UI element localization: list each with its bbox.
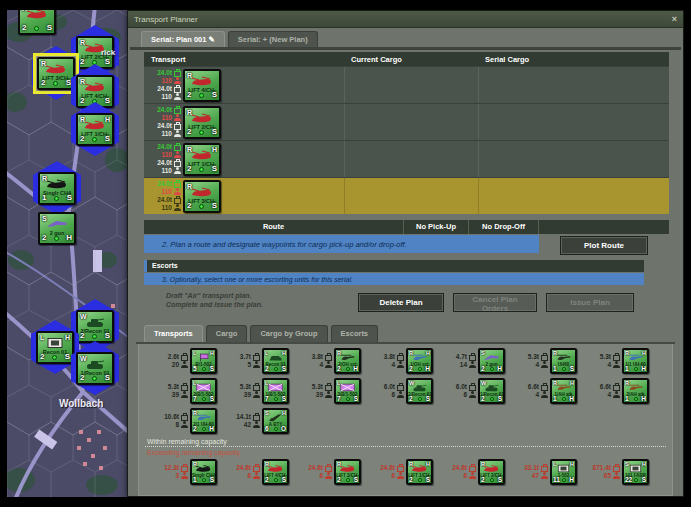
map-unit-counter[interactable]: W2/Recon 012S bbox=[76, 310, 114, 343]
unit-counter[interactable]: LHRecon 012S bbox=[262, 348, 289, 374]
unit-counter[interactable]: R2/OH sct2H bbox=[334, 348, 361, 374]
cargo-cell[interactable]: 3.8t4RH1/OH sct2H bbox=[361, 348, 433, 374]
unit-counter[interactable]: SH101 FARP22S bbox=[622, 459, 649, 485]
unit-counter[interactable]: RHLIFT 1/CH-2S bbox=[406, 459, 433, 485]
cargo-cell[interactable]: 5.3t39L2/B/1-5027S bbox=[145, 378, 217, 404]
cargo-cell[interactable]: 6.6t4R2/AH atk1H bbox=[577, 378, 649, 404]
close-icon[interactable]: × bbox=[672, 14, 677, 24]
serial-cargo-cell[interactable] bbox=[478, 67, 669, 103]
current-cargo-cell[interactable] bbox=[344, 141, 478, 177]
transport-row[interactable]: 24.0t11024.0t110RLIFT 4/CH-2S bbox=[144, 66, 669, 103]
cargo-stats: 2.6t20 bbox=[145, 353, 188, 369]
map-unit-counter[interactable]: RLIFT 3/CH-2S bbox=[37, 57, 75, 90]
unit-counter[interactable]: LH1-50211H bbox=[550, 459, 577, 485]
status-dot bbox=[562, 397, 566, 401]
unit-counter[interactable]: W1/Recon 012S bbox=[478, 378, 505, 404]
cargo-cell[interactable]: 24.6t6RLIFT 4/CH-2S bbox=[217, 459, 289, 485]
cargo-cell[interactable]: 24.6t6RHLIFT 1/CH-2S bbox=[361, 459, 433, 485]
map-unit-counter[interactable]: S2 gun2H bbox=[38, 212, 76, 245]
unit-counter[interactable]: RSinglr CH41S bbox=[190, 459, 217, 485]
cargo-cell[interactable]: 6.0t6W2/Recon 012S bbox=[361, 378, 433, 404]
cargo-cell[interactable]: 5.3t39L1/B/1-5027S bbox=[217, 378, 289, 404]
cargo-cell[interactable]: 6.6t4RH1/AH atk1H bbox=[505, 378, 577, 404]
unit-counter[interactable]: RH1/AH atk1H bbox=[550, 378, 577, 404]
tab-cargo[interactable]: Cargo bbox=[206, 325, 248, 342]
unit-counter[interactable]: R2/1 UH-602H bbox=[190, 408, 217, 434]
tab-transports[interactable]: Transports bbox=[144, 325, 203, 342]
unit-counter[interactable]: RLIFT 2/CH-2S bbox=[183, 106, 221, 139]
person-icon bbox=[181, 361, 187, 368]
unit-counter[interactable]: RLIFT 3/CH-2S bbox=[334, 459, 361, 485]
cargo-cell[interactable]: 3.7t5LHRecon 012S bbox=[217, 348, 289, 374]
serial-cargo-cell[interactable] bbox=[478, 104, 669, 140]
serial-tab-1[interactable]: Serial: + (New Plan) bbox=[228, 31, 318, 47]
cargo-pax: 20 bbox=[145, 361, 187, 369]
transport-row[interactable]: 24.0t11024.0t110RLIFT 2/CH-2S bbox=[144, 103, 669, 140]
unit-counter[interactable]: L2/B/1-5027S bbox=[190, 378, 217, 404]
cargo-weight: 33.1t bbox=[505, 464, 547, 472]
map-unit-counter[interactable]: W1/Recon 012S bbox=[76, 352, 114, 385]
map-unit-counter[interactable]: LHRecon 012S bbox=[36, 331, 74, 364]
transport-row[interactable]: 24.0t11024.0t110RLIFT 3/CH-2S bbox=[144, 177, 669, 214]
unit-counter[interactable]: RHLIFT 1/CH-2S bbox=[183, 143, 221, 176]
tab-cargo-by-group[interactable]: Cargo by Group bbox=[250, 325, 327, 342]
cargo-cell[interactable]: 12.3t3RSinglr CH41S bbox=[145, 459, 217, 485]
unit-counter[interactable]: L3/B/1-5027S bbox=[334, 378, 361, 404]
unit-counter[interactable]: LHB/1-5025S bbox=[190, 348, 217, 374]
cancel-plan-orders-button[interactable]: Cancel Plan Orders bbox=[453, 293, 537, 312]
cargo-cell[interactable]: 5.3t4RH1/1 UH-601H bbox=[577, 348, 649, 374]
cargo-cell[interactable]: 3.8t4R2/OH sct2H bbox=[289, 348, 361, 374]
cargo-cell[interactable]: 4.7t14S2 gun2H bbox=[433, 348, 505, 374]
status-dot bbox=[92, 137, 97, 142]
cargo-cell[interactable]: 33.1t47LH1-50211H bbox=[505, 459, 577, 485]
cargo-stats: 6.6t4 bbox=[577, 383, 620, 399]
cargo-cell[interactable]: 10.6t8R2/1 UH-602H bbox=[145, 408, 217, 434]
unit-counter[interactable]: R2/AH atk1H bbox=[622, 378, 649, 404]
unit-counter[interactable]: SHA BTY6O bbox=[262, 408, 289, 434]
dialog-titlebar[interactable]: Transport Planner × bbox=[128, 11, 683, 28]
cargo-cell[interactable]: 2.6t20LHB/1-5025S bbox=[145, 348, 217, 374]
cargo-cell[interactable]: 24.6t6RLIFT 3/CH-2S bbox=[289, 459, 361, 485]
cargo-pax: 4 bbox=[289, 361, 331, 369]
map-unit-counter[interactable]: RHLIFT 1/CH-2S bbox=[76, 113, 114, 146]
cargo-stats: 6.0t6 bbox=[433, 383, 476, 399]
unit-counter[interactable]: RH1/OH sct2H bbox=[406, 348, 433, 374]
serial-tab-0[interactable]: Serial: Plan 001 ✎ bbox=[141, 31, 225, 47]
map-unit-counter[interactable]: RSinglr CH41S bbox=[38, 172, 76, 205]
cargo-cell[interactable]: 24.6t6RLIFT 2/CH-2S bbox=[433, 459, 505, 485]
delete-plan-button[interactable]: Delete Plan bbox=[358, 293, 444, 312]
unit-counter[interactable]: S2 gun2H bbox=[478, 348, 505, 374]
unit-counter[interactable]: RH1/1 UH-601H bbox=[622, 348, 649, 374]
transport-row[interactable]: 24.0t11024.0t110RHLIFT 1/CH-2S bbox=[144, 140, 669, 177]
cargo-cell[interactable]: 14.1t42SHA BTY6O bbox=[217, 408, 289, 434]
map-unit-counter[interactable]: R2S bbox=[18, 10, 56, 35]
cargo-stats: 5.3t39 bbox=[217, 383, 260, 399]
unit-counter[interactable]: RLIFT 4/CH-2S bbox=[183, 69, 221, 102]
plot-route-button[interactable]: Plot Route bbox=[560, 236, 648, 255]
cargo-pax: 6 bbox=[433, 391, 475, 399]
issue-plan-button[interactable]: Issue Plan bbox=[546, 293, 634, 312]
cargo-cell[interactable]: 871.4t65SH101 FARP22S bbox=[577, 459, 649, 485]
unit-counter[interactable]: RLIFT 4/CH-2S bbox=[262, 459, 289, 485]
current-cargo-cell[interactable] bbox=[344, 67, 478, 103]
cargo-cell[interactable]: 5.3t4RUH601S bbox=[505, 348, 577, 374]
unit-counter[interactable]: RUH601S bbox=[550, 348, 577, 374]
cargo-pax: 6 bbox=[361, 391, 403, 399]
within-capacity-label: Within remaining capacity bbox=[147, 438, 666, 445]
serial-cargo-cell[interactable] bbox=[478, 141, 669, 177]
unit-strength: 2 bbox=[337, 366, 341, 373]
game-map[interactable]: R2SRLIFT 2/CH-2SRLIFT 3/CH-2SRLIFT 4/CH-… bbox=[7, 10, 128, 497]
unit-counter[interactable]: RLIFT 2/CH-2S bbox=[478, 459, 505, 485]
status-dot bbox=[52, 355, 57, 360]
unit-posture: S bbox=[354, 477, 358, 484]
current-cargo-cell[interactable] bbox=[344, 178, 478, 214]
unit-counter[interactable]: L1/B/1-5027S bbox=[262, 378, 289, 404]
unit-counter[interactable]: RLIFT 3/CH-2S bbox=[183, 180, 221, 213]
tab-escorts[interactable]: Escorts bbox=[331, 325, 379, 342]
current-cargo-cell[interactable] bbox=[344, 104, 478, 140]
serial-cargo-cell[interactable] bbox=[478, 178, 669, 214]
unit-counter[interactable]: W2/Recon 012S bbox=[406, 378, 433, 404]
cargo-cell[interactable]: 5.3t39L3/B/1-5027S bbox=[289, 378, 361, 404]
person-icon bbox=[397, 472, 403, 479]
cargo-cell[interactable]: 6.0t6W1/Recon 012S bbox=[433, 378, 505, 404]
